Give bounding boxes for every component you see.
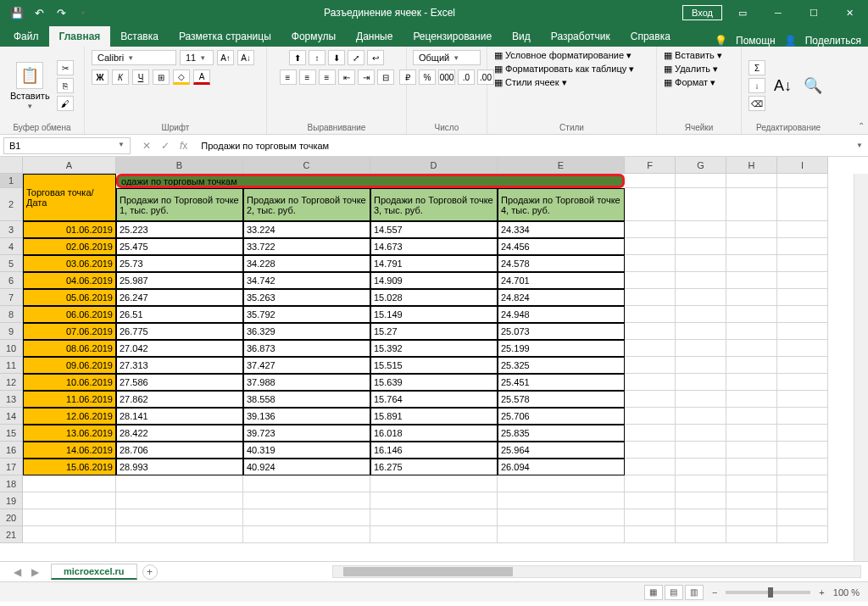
- row-header-6[interactable]: 6: [0, 272, 23, 289]
- row-header-13[interactable]: 13: [0, 391, 23, 408]
- normal-view-icon[interactable]: ▦: [644, 585, 663, 600]
- date-cell[interactable]: 02.06.2019: [23, 238, 116, 255]
- data-cell[interactable]: 15.764: [370, 391, 498, 408]
- data-cell[interactable]: 14.673: [370, 238, 498, 255]
- data-cell[interactable]: 24.701: [498, 272, 625, 289]
- row-header-11[interactable]: 11: [0, 357, 23, 374]
- increase-font-icon[interactable]: A↑: [217, 50, 234, 65]
- autosum-icon[interactable]: Σ: [748, 60, 765, 75]
- date-cell[interactable]: 03.06.2019: [23, 255, 116, 272]
- spreadsheet-grid[interactable]: ABCDEFGHI 123456789101112131415161718192…: [0, 157, 868, 561]
- tab-developer[interactable]: Разработчик: [541, 26, 620, 47]
- data-cell[interactable]: 27.586: [116, 374, 243, 391]
- zoom-level[interactable]: 100 %: [833, 587, 860, 598]
- orientation-icon[interactable]: ⤢: [348, 50, 364, 65]
- tab-file[interactable]: Файл: [3, 26, 49, 47]
- data-cell[interactable]: 25.223: [116, 221, 243, 238]
- data-cell[interactable]: 15.27: [370, 323, 498, 340]
- bold-icon[interactable]: Ж: [92, 69, 108, 85]
- cut-icon[interactable]: ✂: [57, 60, 74, 75]
- save-icon[interactable]: 💾: [10, 6, 24, 19]
- data-cell[interactable]: 15.639: [370, 374, 498, 391]
- collapse-ribbon-icon[interactable]: ⌃: [858, 121, 865, 131]
- insert-cells-button[interactable]: ▦ Вставить ▾: [664, 50, 722, 61]
- column-header-cell[interactable]: Продажи по Торговой точке 2, тыс. руб.: [243, 188, 370, 221]
- tab-review[interactable]: Рецензирование: [403, 26, 502, 47]
- increase-decimal-icon[interactable]: .0: [458, 69, 475, 85]
- data-cell[interactable]: 25.073: [498, 323, 625, 340]
- align-bottom-icon[interactable]: ⬇: [328, 50, 345, 65]
- cancel-formula-icon[interactable]: ✕: [142, 140, 151, 152]
- ribbon-options-icon[interactable]: ▭: [727, 1, 758, 25]
- data-cell[interactable]: 35.792: [243, 306, 370, 323]
- tab-home[interactable]: Главная: [49, 26, 111, 47]
- zoom-in-icon[interactable]: +: [819, 587, 824, 598]
- decrease-indent-icon[interactable]: ⇤: [338, 69, 355, 85]
- row-header-8[interactable]: 8: [0, 306, 23, 323]
- font-name-selector[interactable]: Calibri▼: [92, 50, 176, 65]
- italic-icon[interactable]: К: [112, 69, 129, 85]
- login-button[interactable]: Вход: [682, 5, 722, 20]
- zoom-slider[interactable]: [726, 591, 810, 594]
- data-cell[interactable]: 15.891: [370, 408, 498, 425]
- sheet-tab[interactable]: microexcel.ru: [51, 564, 137, 580]
- fill-icon[interactable]: ↓: [748, 78, 765, 93]
- data-cell[interactable]: 25.325: [498, 357, 625, 374]
- undo-icon[interactable]: ↶: [32, 6, 46, 19]
- thousands-icon[interactable]: 000: [438, 69, 455, 85]
- row-header-14[interactable]: 14: [0, 408, 23, 425]
- data-cell[interactable]: 26.775: [116, 323, 243, 340]
- data-cell[interactable]: 26.094: [498, 459, 625, 475]
- redo-icon[interactable]: ↷: [54, 6, 68, 19]
- font-color-icon[interactable]: A: [193, 69, 210, 85]
- data-cell[interactable]: 25.987: [116, 272, 243, 289]
- data-cell[interactable]: 24.456: [498, 238, 625, 255]
- data-cell[interactable]: 28.706: [116, 442, 243, 459]
- data-cell[interactable]: 24.948: [498, 306, 625, 323]
- page-break-view-icon[interactable]: ▥: [685, 585, 704, 600]
- vertical-scrollbar[interactable]: [854, 174, 868, 561]
- tab-insert[interactable]: Вставка: [110, 26, 169, 47]
- maximize-icon[interactable]: ☐: [798, 1, 829, 25]
- date-cell[interactable]: 08.06.2019: [23, 340, 116, 357]
- data-cell[interactable]: 25.475: [116, 238, 243, 255]
- row-header-20[interactable]: 20: [0, 509, 23, 526]
- row-header-3[interactable]: 3: [0, 221, 23, 238]
- copy-icon[interactable]: ⎘: [57, 78, 74, 93]
- row-header-17[interactable]: 17: [0, 459, 23, 475]
- column-header-cell[interactable]: Продажи по Торговой точке 3, тыс. руб.: [370, 188, 498, 221]
- row-header-2[interactable]: 2: [0, 188, 23, 221]
- selected-merged-cell[interactable]: одажи по торговым точкам: [116, 174, 625, 188]
- data-cell[interactable]: 26.51: [116, 306, 243, 323]
- date-cell[interactable]: 04.06.2019: [23, 272, 116, 289]
- data-cell[interactable]: 14.791: [370, 255, 498, 272]
- data-cell[interactable]: 34.742: [243, 272, 370, 289]
- col-header-D[interactable]: D: [370, 157, 498, 174]
- data-cell[interactable]: 36.873: [243, 340, 370, 357]
- data-cell[interactable]: 28.993: [116, 459, 243, 475]
- row-header-16[interactable]: 16: [0, 442, 23, 459]
- data-cell[interactable]: 28.141: [116, 408, 243, 425]
- row-header-18[interactable]: 18: [0, 475, 23, 492]
- align-top-icon[interactable]: ⬆: [289, 50, 306, 65]
- data-cell[interactable]: 25.73: [116, 255, 243, 272]
- data-cell[interactable]: 25.964: [498, 442, 625, 459]
- share-button[interactable]: Поделиться: [805, 35, 861, 47]
- row-header-19[interactable]: 19: [0, 492, 23, 509]
- font-size-selector[interactable]: 11▼: [180, 50, 214, 65]
- decrease-font-icon[interactable]: A↓: [237, 50, 254, 65]
- format-cells-button[interactable]: ▦ Формат ▾: [664, 77, 715, 88]
- page-layout-view-icon[interactable]: ▤: [665, 585, 683, 600]
- col-header-E[interactable]: E: [498, 157, 625, 174]
- row-header-5[interactable]: 5: [0, 255, 23, 272]
- data-cell[interactable]: 15.149: [370, 306, 498, 323]
- sheet-prev-icon[interactable]: ◀: [14, 566, 21, 578]
- formula-input[interactable]: Продажи по торговым точкам: [196, 138, 856, 153]
- align-left-icon[interactable]: ≡: [280, 69, 297, 85]
- minimize-icon[interactable]: ─: [763, 1, 793, 25]
- data-cell[interactable]: 37.988: [243, 374, 370, 391]
- data-cell[interactable]: 16.146: [370, 442, 498, 459]
- data-cell[interactable]: 25.706: [498, 408, 625, 425]
- data-cell[interactable]: 25.835: [498, 425, 625, 442]
- col-header-G[interactable]: G: [676, 157, 726, 174]
